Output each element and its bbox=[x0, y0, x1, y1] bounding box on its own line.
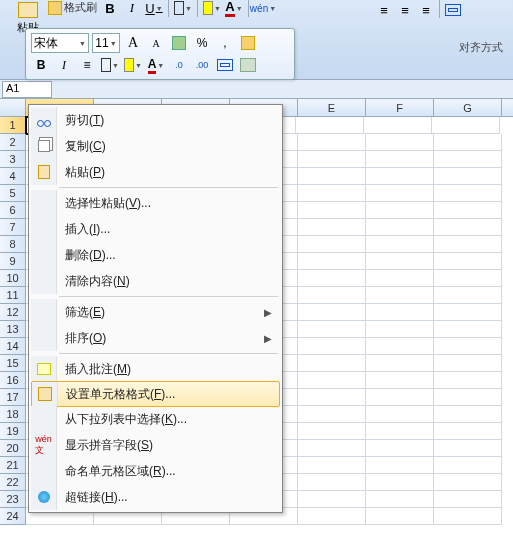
cell[interactable] bbox=[298, 321, 366, 338]
cell[interactable] bbox=[298, 491, 366, 508]
cell[interactable] bbox=[366, 202, 434, 219]
cell[interactable] bbox=[298, 338, 366, 355]
row-header[interactable]: 21 bbox=[0, 457, 26, 474]
cell[interactable] bbox=[366, 491, 434, 508]
cell[interactable] bbox=[366, 253, 434, 270]
font-color-mini-button[interactable]: A▼ bbox=[146, 55, 166, 75]
select-all-corner[interactable] bbox=[0, 99, 26, 116]
percent-button[interactable]: % bbox=[192, 33, 212, 53]
row-header[interactable]: 5 bbox=[0, 185, 26, 202]
row-header[interactable]: 1 bbox=[0, 117, 26, 134]
align-bottom-button[interactable]: ≡ bbox=[416, 0, 436, 20]
cell[interactable] bbox=[298, 423, 366, 440]
column-header[interactable]: E bbox=[298, 99, 366, 116]
cell[interactable] bbox=[296, 117, 364, 134]
bold-button[interactable]: B bbox=[100, 0, 120, 18]
increase-font-button[interactable]: A bbox=[123, 33, 143, 53]
cell[interactable] bbox=[366, 321, 434, 338]
cell[interactable] bbox=[434, 168, 502, 185]
cell[interactable] bbox=[298, 372, 366, 389]
menu-item[interactable]: 剪切(T) bbox=[31, 107, 280, 133]
comma-button[interactable]: , bbox=[215, 33, 235, 53]
italic-mini-button[interactable]: I bbox=[54, 55, 74, 75]
align-top-button[interactable]: ≡ bbox=[374, 0, 394, 20]
row-header[interactable]: 12 bbox=[0, 304, 26, 321]
row-header[interactable]: 23 bbox=[0, 491, 26, 508]
cell[interactable] bbox=[366, 219, 434, 236]
cell[interactable] bbox=[366, 304, 434, 321]
cell[interactable] bbox=[434, 202, 502, 219]
menu-item[interactable]: 从下拉列表中选择(K)... bbox=[31, 406, 280, 432]
cell[interactable] bbox=[434, 440, 502, 457]
row-header[interactable]: 24 bbox=[0, 508, 26, 525]
merge-button[interactable] bbox=[443, 0, 463, 20]
name-box[interactable]: A1 bbox=[2, 81, 52, 98]
row-header[interactable]: 14 bbox=[0, 338, 26, 355]
border-button[interactable]: ▼ bbox=[173, 0, 193, 18]
cell[interactable] bbox=[434, 253, 502, 270]
menu-item[interactable]: 超链接(H)... bbox=[31, 484, 280, 510]
cell[interactable] bbox=[434, 338, 502, 355]
cell[interactable] bbox=[298, 202, 366, 219]
style-button[interactable] bbox=[169, 33, 189, 53]
insert-pic-button[interactable] bbox=[238, 55, 258, 75]
row-header[interactable]: 19 bbox=[0, 423, 26, 440]
cell[interactable] bbox=[298, 287, 366, 304]
decrease-font-button[interactable]: A bbox=[146, 33, 166, 53]
row-header[interactable]: 3 bbox=[0, 151, 26, 168]
menu-item[interactable]: 复制(C) bbox=[31, 133, 280, 159]
cell[interactable] bbox=[434, 304, 502, 321]
row-header[interactable]: 17 bbox=[0, 389, 26, 406]
cell[interactable] bbox=[298, 219, 366, 236]
row-header[interactable]: 16 bbox=[0, 372, 26, 389]
cell[interactable] bbox=[366, 440, 434, 457]
cell[interactable] bbox=[298, 304, 366, 321]
row-header[interactable]: 10 bbox=[0, 270, 26, 287]
row-header[interactable]: 4 bbox=[0, 168, 26, 185]
cell[interactable] bbox=[366, 185, 434, 202]
cell[interactable] bbox=[434, 219, 502, 236]
font-color-button[interactable]: A▼ bbox=[224, 0, 244, 18]
font-name-select[interactable]: 宋体▼ bbox=[31, 33, 89, 53]
cell[interactable] bbox=[298, 457, 366, 474]
cell[interactable] bbox=[366, 355, 434, 372]
cell[interactable] bbox=[366, 287, 434, 304]
cell[interactable] bbox=[434, 321, 502, 338]
cell[interactable] bbox=[366, 236, 434, 253]
row-header[interactable]: 2 bbox=[0, 134, 26, 151]
cell[interactable] bbox=[298, 355, 366, 372]
cell[interactable] bbox=[366, 134, 434, 151]
menu-item[interactable]: 命名单元格区域(R)... bbox=[31, 458, 280, 484]
cell[interactable] bbox=[298, 151, 366, 168]
cell[interactable] bbox=[366, 474, 434, 491]
cell[interactable] bbox=[434, 236, 502, 253]
merge-mini-button[interactable] bbox=[215, 55, 235, 75]
cell[interactable] bbox=[366, 270, 434, 287]
underline-button[interactable]: U▼ bbox=[144, 0, 164, 18]
format-painter-button[interactable]: 格式刷 bbox=[48, 0, 97, 15]
row-header[interactable]: 6 bbox=[0, 202, 26, 219]
menu-item[interactable]: 粘贴(P) bbox=[31, 159, 280, 185]
paste-button[interactable]: 粘贴 bbox=[4, 2, 52, 28]
bold-mini-button[interactable]: B bbox=[31, 55, 51, 75]
row-header[interactable]: 11 bbox=[0, 287, 26, 304]
cell[interactable] bbox=[366, 338, 434, 355]
cell[interactable] bbox=[366, 168, 434, 185]
cell[interactable] bbox=[432, 117, 500, 134]
cell[interactable] bbox=[364, 117, 432, 134]
cell[interactable] bbox=[366, 406, 434, 423]
decrease-decimal-button[interactable]: .00 bbox=[192, 55, 212, 75]
menu-item[interactable]: 选择性粘贴(V)... bbox=[31, 190, 280, 216]
cell[interactable] bbox=[298, 270, 366, 287]
format-painter-mini-button[interactable] bbox=[238, 33, 258, 53]
cell[interactable] bbox=[434, 389, 502, 406]
cell[interactable] bbox=[434, 457, 502, 474]
fill-color-mini-button[interactable]: ▼ bbox=[123, 55, 143, 75]
menu-item[interactable]: 插入批注(M) bbox=[31, 356, 280, 382]
cell[interactable] bbox=[434, 270, 502, 287]
cell[interactable] bbox=[298, 406, 366, 423]
cell[interactable] bbox=[366, 508, 434, 525]
menu-item[interactable]: wén文显示拼音字段(S) bbox=[31, 432, 280, 458]
cell[interactable] bbox=[434, 491, 502, 508]
italic-button[interactable]: I bbox=[122, 0, 142, 18]
